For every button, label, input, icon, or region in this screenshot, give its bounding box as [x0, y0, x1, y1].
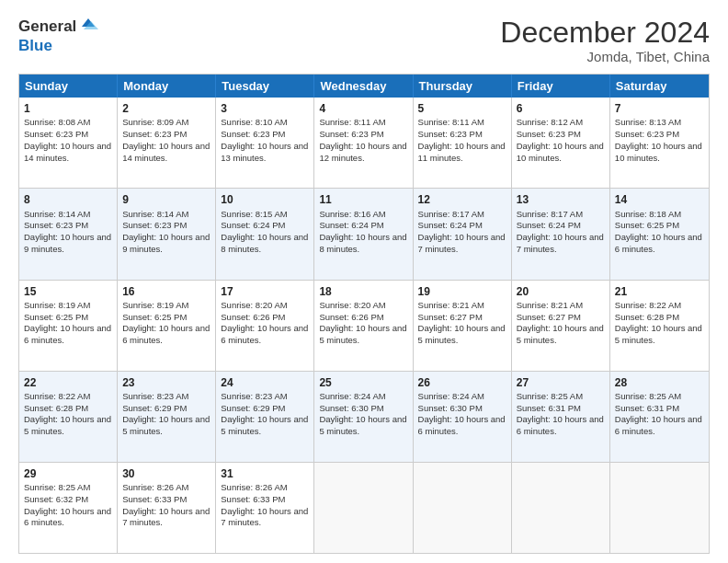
- day-number: 20: [517, 284, 605, 299]
- header-tuesday: Tuesday: [216, 75, 314, 98]
- day-cell-24: 24 Sunrise: 8:23 AM Sunset: 6:29 PM Dayl…: [216, 372, 314, 462]
- empty-cell-r4-c4: [414, 463, 512, 553]
- calendar-row-5: 29 Sunrise: 8:25 AM Sunset: 6:32 PM Dayl…: [19, 463, 709, 553]
- sunset-text: Sunset: 6:28 PM: [615, 312, 679, 322]
- sunrise-text: Sunrise: 8:20 AM: [319, 300, 385, 310]
- sunset-text: Sunset: 6:23 PM: [122, 220, 187, 230]
- sunset-text: Sunset: 6:24 PM: [517, 220, 581, 230]
- sunrise-text: Sunrise: 8:10 AM: [221, 117, 287, 127]
- daylight-text: Daylight: 10 hours and 6 minutes.: [615, 414, 702, 436]
- daylight-text: Daylight: 10 hours and 5 minutes.: [615, 323, 702, 345]
- sunset-text: Sunset: 6:30 PM: [418, 403, 483, 413]
- day-cell-11: 11 Sunrise: 8:16 AM Sunset: 6:24 PM Dayl…: [314, 189, 413, 279]
- day-number: 1: [24, 101, 112, 116]
- daylight-text: Daylight: 10 hours and 13 minutes.: [221, 141, 308, 163]
- daylight-text: Daylight: 10 hours and 14 minutes.: [122, 141, 210, 163]
- location: Jomda, Tibet, China: [500, 49, 710, 64]
- sunset-text: Sunset: 6:25 PM: [24, 312, 88, 322]
- day-number: 2: [122, 101, 210, 116]
- sunrise-text: Sunrise: 8:16 AM: [319, 209, 385, 219]
- calendar-row-3: 15 Sunrise: 8:19 AM Sunset: 6:25 PM Dayl…: [19, 281, 709, 372]
- day-number: 9: [122, 192, 210, 207]
- sunset-text: Sunset: 6:29 PM: [221, 403, 285, 413]
- daylight-text: Daylight: 10 hours and 5 minutes.: [24, 414, 111, 436]
- day-number: 5: [418, 101, 506, 116]
- day-number: 31: [221, 466, 309, 481]
- day-cell-23: 23 Sunrise: 8:23 AM Sunset: 6:29 PM Dayl…: [118, 372, 216, 462]
- sunset-text: Sunset: 6:25 PM: [615, 220, 679, 230]
- sunrise-text: Sunrise: 8:24 AM: [319, 391, 385, 401]
- day-number: 6: [517, 101, 605, 116]
- day-number: 27: [517, 375, 605, 390]
- day-cell-15: 15 Sunrise: 8:19 AM Sunset: 6:25 PM Dayl…: [19, 281, 118, 371]
- day-cell-5: 5 Sunrise: 8:11 AM Sunset: 6:23 PM Dayli…: [414, 98, 512, 188]
- day-cell-19: 19 Sunrise: 8:21 AM Sunset: 6:27 PM Dayl…: [414, 281, 512, 371]
- day-cell-2: 2 Sunrise: 8:09 AM Sunset: 6:23 PM Dayli…: [118, 98, 216, 188]
- sunset-text: Sunset: 6:31 PM: [615, 403, 679, 413]
- sunset-text: Sunset: 6:31 PM: [517, 403, 581, 413]
- sunrise-text: Sunrise: 8:11 AM: [418, 117, 484, 127]
- day-number: 16: [122, 284, 210, 299]
- daylight-text: Daylight: 10 hours and 7 minutes.: [517, 232, 604, 254]
- day-cell-14: 14 Sunrise: 8:18 AM Sunset: 6:25 PM Dayl…: [610, 189, 709, 279]
- day-cell-30: 30 Sunrise: 8:26 AM Sunset: 6:33 PM Dayl…: [118, 463, 216, 553]
- sunset-text: Sunset: 6:27 PM: [418, 312, 483, 322]
- page: General Blue December 2024 Jomda, Tibet,…: [0, 0, 728, 563]
- sunrise-text: Sunrise: 8:17 AM: [418, 209, 484, 219]
- daylight-text: Daylight: 10 hours and 6 minutes.: [24, 323, 111, 345]
- sunset-text: Sunset: 6:26 PM: [319, 312, 383, 322]
- sunrise-text: Sunrise: 8:21 AM: [517, 300, 583, 310]
- sunrise-text: Sunrise: 8:17 AM: [517, 209, 583, 219]
- sunrise-text: Sunrise: 8:23 AM: [221, 391, 287, 401]
- day-number: 4: [319, 101, 407, 116]
- sunrise-text: Sunrise: 8:14 AM: [122, 209, 188, 219]
- sunset-text: Sunset: 6:23 PM: [24, 220, 88, 230]
- sunset-text: Sunset: 6:23 PM: [24, 129, 88, 139]
- sunset-text: Sunset: 6:23 PM: [615, 129, 679, 139]
- daylight-text: Daylight: 10 hours and 5 minutes.: [221, 414, 308, 436]
- sunrise-text: Sunrise: 8:23 AM: [122, 391, 188, 401]
- day-number: 25: [319, 375, 407, 390]
- sunset-text: Sunset: 6:28 PM: [24, 403, 88, 413]
- day-cell-3: 3 Sunrise: 8:10 AM Sunset: 6:23 PM Dayli…: [216, 98, 314, 188]
- day-number: 30: [122, 466, 210, 481]
- sunrise-text: Sunrise: 8:08 AM: [24, 117, 90, 127]
- empty-cell-r4-c3: [314, 463, 413, 553]
- daylight-text: Daylight: 10 hours and 5 minutes.: [319, 414, 406, 436]
- day-cell-20: 20 Sunrise: 8:21 AM Sunset: 6:27 PM Dayl…: [512, 281, 610, 371]
- daylight-text: Daylight: 10 hours and 9 minutes.: [122, 232, 210, 254]
- calendar-row-1: 1 Sunrise: 8:08 AM Sunset: 6:23 PM Dayli…: [19, 98, 709, 189]
- day-cell-17: 17 Sunrise: 8:20 AM Sunset: 6:26 PM Dayl…: [216, 281, 314, 371]
- daylight-text: Daylight: 10 hours and 5 minutes.: [319, 323, 406, 345]
- sunrise-text: Sunrise: 8:14 AM: [24, 209, 90, 219]
- sunset-text: Sunset: 6:23 PM: [122, 129, 187, 139]
- sunrise-text: Sunrise: 8:25 AM: [615, 391, 681, 401]
- daylight-text: Daylight: 10 hours and 8 minutes.: [221, 232, 308, 254]
- sunrise-text: Sunrise: 8:11 AM: [319, 117, 385, 127]
- daylight-text: Daylight: 10 hours and 5 minutes.: [122, 414, 210, 436]
- day-number: 24: [221, 375, 309, 390]
- logo-blue: Blue: [18, 37, 52, 55]
- sunset-text: Sunset: 6:32 PM: [24, 494, 88, 504]
- day-number: 11: [319, 192, 407, 207]
- day-cell-27: 27 Sunrise: 8:25 AM Sunset: 6:31 PM Dayl…: [512, 372, 610, 462]
- sunrise-text: Sunrise: 8:13 AM: [615, 117, 681, 127]
- sunrise-text: Sunrise: 8:22 AM: [24, 391, 90, 401]
- sunset-text: Sunset: 6:23 PM: [418, 129, 483, 139]
- day-number: 15: [24, 284, 112, 299]
- day-number: 18: [319, 284, 407, 299]
- daylight-text: Daylight: 10 hours and 7 minutes.: [418, 232, 506, 254]
- sunrise-text: Sunrise: 8:18 AM: [615, 209, 681, 219]
- header-saturday: Saturday: [610, 75, 709, 98]
- daylight-text: Daylight: 10 hours and 6 minutes.: [615, 232, 702, 254]
- day-number: 14: [615, 192, 704, 207]
- daylight-text: Daylight: 10 hours and 14 minutes.: [24, 141, 111, 163]
- day-cell-8: 8 Sunrise: 8:14 AM Sunset: 6:23 PM Dayli…: [19, 189, 118, 279]
- sunset-text: Sunset: 6:23 PM: [517, 129, 581, 139]
- calendar: Sunday Monday Tuesday Wednesday Thursday…: [18, 74, 710, 554]
- sunset-text: Sunset: 6:24 PM: [418, 220, 483, 230]
- day-number: 29: [24, 466, 112, 481]
- sunrise-text: Sunrise: 8:09 AM: [122, 117, 188, 127]
- day-cell-4: 4 Sunrise: 8:11 AM Sunset: 6:23 PM Dayli…: [314, 98, 413, 188]
- day-cell-7: 7 Sunrise: 8:13 AM Sunset: 6:23 PM Dayli…: [610, 98, 709, 188]
